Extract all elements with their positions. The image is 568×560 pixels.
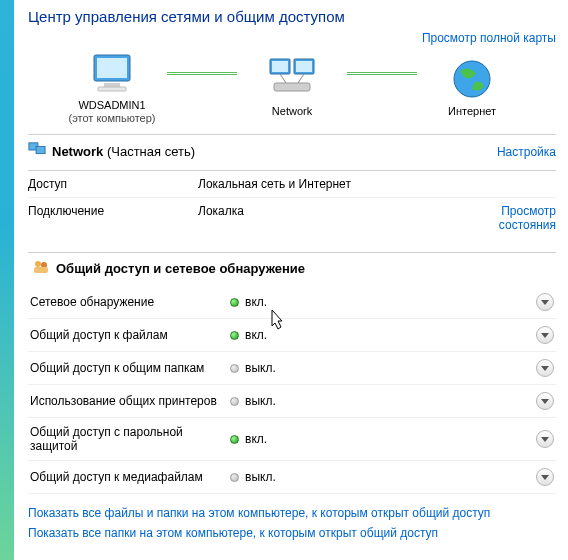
sharing-row-status-text: выкл. (245, 394, 276, 408)
map-node-pc-label: WDSADMIN1 (78, 99, 145, 112)
sharing-row-status-text: выкл. (245, 470, 276, 484)
svg-rect-7 (296, 61, 312, 72)
sharing-row: Сетевое обнаружениевкл. (28, 286, 556, 319)
sharing-row-status-text: вкл. (245, 328, 267, 342)
svg-rect-8 (274, 83, 310, 91)
svg-rect-2 (104, 83, 120, 87)
map-node-network-label: Network (272, 105, 312, 118)
chevron-down-icon (541, 333, 549, 338)
view-status-link[interactable]: Просмотр состояния (466, 204, 556, 232)
sharing-row: Общий доступ к медиафайламвыкл. (28, 461, 556, 494)
status-led-on-icon (230, 331, 239, 340)
status-led-on-icon (230, 298, 239, 307)
sharing-row-label: Общий доступ к файлам (30, 328, 230, 342)
expand-button[interactable] (536, 293, 554, 311)
globe-icon (450, 57, 494, 101)
page-title: Центр управления сетями и общим доступом (28, 8, 556, 25)
sharing-row: Общий доступ к файламвкл. (28, 319, 556, 352)
network-row-access: Доступ Локальная сеть и Интернет (28, 170, 556, 197)
chevron-down-icon (541, 399, 549, 404)
sharing-row-status: выкл. (230, 361, 276, 375)
network-name-line: Network (Частная сеть) (52, 144, 195, 159)
network-row-connection: Подключение Локалка Просмотр состояния (28, 197, 556, 238)
network-hub-icon (266, 57, 318, 101)
sharing-row: Использование общих принтероввыкл. (28, 385, 556, 418)
chevron-down-icon (541, 300, 549, 305)
svg-rect-3 (98, 87, 126, 91)
sharing-row-status: вкл. (230, 295, 267, 309)
network-row-link (466, 177, 556, 191)
svg-rect-13 (36, 147, 45, 154)
svg-rect-1 (97, 58, 127, 78)
sharing-row-status: выкл. (230, 394, 276, 408)
expand-button[interactable] (536, 430, 554, 448)
svg-line-9 (280, 74, 286, 83)
left-accent-stripe (0, 0, 14, 554)
network-section-icon (28, 141, 46, 162)
svg-rect-5 (272, 61, 288, 72)
computer-icon (86, 51, 138, 95)
map-node-this-computer: WDSADMIN1 (этот компьютер) (37, 51, 187, 124)
connector-icon (167, 72, 237, 75)
view-full-map-link[interactable]: Просмотр полной карты (28, 31, 556, 45)
chevron-down-icon (541, 437, 549, 442)
network-name: Network (52, 144, 103, 159)
sharing-row-status: выкл. (230, 470, 276, 484)
network-row-label: Доступ (28, 177, 198, 191)
expand-button[interactable] (536, 468, 554, 486)
footer-link-all-files[interactable]: Показать все файлы и папки на этом компь… (28, 506, 556, 520)
network-type: (Частная сеть) (107, 144, 195, 159)
svg-rect-16 (34, 267, 48, 273)
chevron-down-icon (541, 366, 549, 371)
sharing-row-status-text: вкл. (245, 295, 267, 309)
sharing-row: Общий доступ с парольной защитойвкл. (28, 418, 556, 461)
sharing-row-status: вкл. (230, 328, 267, 342)
network-row-value: Локальная сеть и Интернет (198, 177, 466, 191)
status-led-off-icon (230, 364, 239, 373)
sharing-row-status: вкл. (230, 432, 267, 446)
sharing-row-status-text: выкл. (245, 361, 276, 375)
sharing-section-title: Общий доступ и сетевое обнаружение (32, 259, 556, 278)
expand-button[interactable] (536, 326, 554, 344)
sharing-row-label: Общий доступ с парольной защитой (30, 425, 230, 453)
expand-button[interactable] (536, 359, 554, 377)
network-row-label: Подключение (28, 204, 198, 232)
sharing-row: Общий доступ к общим папкамвыкл. (28, 352, 556, 385)
chevron-down-icon (541, 475, 549, 480)
svg-line-10 (298, 74, 304, 83)
connector-icon (347, 72, 417, 75)
status-led-off-icon (230, 397, 239, 406)
sharing-row-label: Общий доступ к общим папкам (30, 361, 230, 375)
sharing-row-label: Использование общих принтеров (30, 394, 230, 408)
network-map: WDSADMIN1 (этот компьютер) Network (28, 51, 556, 124)
status-led-on-icon (230, 435, 239, 444)
sharing-section-icon (32, 259, 50, 278)
footer-link-all-folders[interactable]: Показать все папки на этом компьютере, к… (28, 526, 556, 540)
map-node-internet-label: Интернет (448, 105, 496, 118)
sharing-title-text: Общий доступ и сетевое обнаружение (56, 261, 305, 276)
expand-button[interactable] (536, 392, 554, 410)
network-row-value: Локалка (198, 204, 466, 232)
network-settings-link[interactable]: Настройка (497, 145, 556, 159)
sharing-row-label: Общий доступ к медиафайлам (30, 470, 230, 484)
svg-point-11 (454, 61, 490, 97)
status-led-off-icon (230, 473, 239, 482)
map-node-network: Network (217, 57, 367, 118)
svg-point-14 (35, 261, 41, 267)
map-node-internet: Интернет (397, 57, 547, 118)
sharing-row-status-text: вкл. (245, 432, 267, 446)
map-node-pc-sub: (этот компьютер) (68, 112, 155, 124)
sharing-row-label: Сетевое обнаружение (30, 295, 230, 309)
